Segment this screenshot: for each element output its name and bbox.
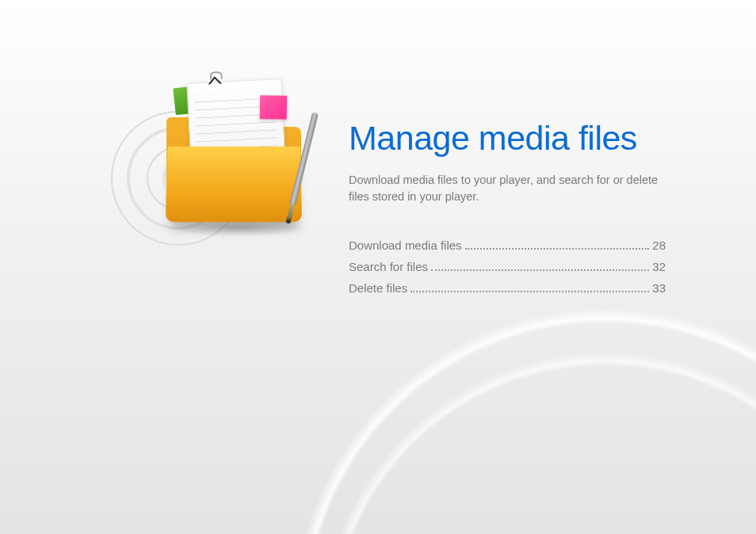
toc-leader-dots — [410, 291, 649, 292]
page-title: Manage media files — [349, 119, 689, 158]
table-of-contents: Download media files 28 Search for files… — [349, 238, 666, 295]
binder-clip-icon — [207, 71, 222, 86]
folder-illustration — [135, 71, 325, 246]
sticky-note-icon — [260, 95, 288, 120]
page-subtitle: Download media files to your player, and… — [349, 172, 666, 205]
toc-page-number: 28 — [652, 238, 666, 252]
toc-page-number: 32 — [652, 260, 666, 273]
toc-leader-dots — [465, 248, 650, 250]
content-block: Manage media files Download media files … — [349, 119, 689, 303]
decorative-arc — [281, 312, 756, 534]
toc-label: Delete files — [349, 281, 407, 295]
chapter-cover-page: Manage media files Download media files … — [0, 0, 756, 534]
decorative-arc — [249, 265, 756, 534]
toc-label: Download media files — [349, 238, 462, 252]
toc-leader-dots — [431, 269, 649, 271]
toc-entry[interactable]: Delete files 33 — [349, 281, 666, 295]
toc-label: Search for files — [349, 260, 428, 273]
toc-page-number: 33 — [652, 281, 666, 295]
toc-entry[interactable]: Download media files 28 — [349, 238, 666, 252]
toc-entry[interactable]: Search for files 32 — [349, 260, 666, 273]
folder-icon — [166, 119, 301, 222]
